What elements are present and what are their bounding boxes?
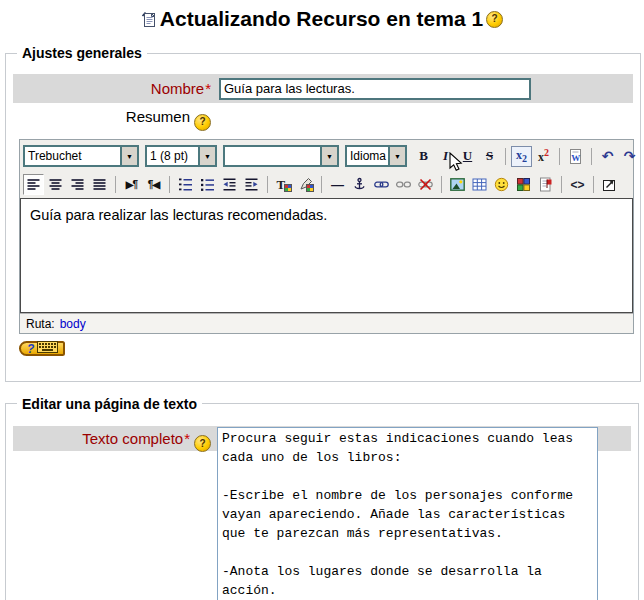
font-color-button[interactable]: T	[273, 174, 294, 195]
keyboard-shortcuts-button[interactable]: ?	[19, 341, 65, 356]
italic-button[interactable]: I	[435, 146, 456, 167]
clean-word-html-button[interactable]: W	[565, 146, 586, 167]
justify-full-button[interactable]	[89, 174, 110, 195]
right-to-left-button[interactable]: ¶◀	[143, 174, 164, 195]
dropdown-arrow-icon[interactable]: ▼	[388, 147, 405, 165]
language-select[interactable]: Idioma▼	[345, 145, 407, 167]
justify-right-button[interactable]	[67, 174, 88, 195]
toolbar-separator	[321, 176, 322, 193]
hilitecolor-icon	[298, 177, 314, 192]
italic-icon: I	[443, 148, 448, 164]
toolbar-separator	[559, 148, 560, 165]
align-full-icon	[92, 177, 107, 192]
question-icon: ?	[27, 343, 34, 355]
sub-icon: x2	[516, 148, 527, 164]
search-replace-button[interactable]	[535, 174, 556, 195]
strikethrough-button[interactable]: S	[479, 146, 500, 167]
editor-content-area[interactable]: Guía para realizar las lecturas recomend…	[20, 198, 633, 313]
left-to-right-button[interactable]: ▶¶	[121, 174, 142, 195]
insert-smiley-button[interactable]	[491, 174, 512, 195]
name-row: Nombre*	[13, 74, 633, 103]
redo-button[interactable]: ↷	[619, 146, 640, 167]
toolbar-separator	[593, 176, 594, 193]
toolbar-separator	[561, 176, 562, 193]
ltr-icon: ▶¶	[126, 179, 137, 190]
nolink-icon	[418, 177, 433, 192]
indent-icon	[244, 177, 259, 192]
prevent-autolink-button[interactable]	[415, 174, 436, 195]
insert-image-button[interactable]	[447, 174, 468, 195]
horizontal-rule-button[interactable]: —	[327, 174, 348, 195]
underline-icon: U	[463, 148, 472, 164]
editor-path-bar: Ruta: body	[20, 313, 633, 333]
general-settings-fieldset: Ajustes generales Nombre* Resumen? Trebu…	[5, 45, 641, 382]
unordered-list-button[interactable]	[197, 174, 218, 195]
subscript-button[interactable]: x2	[511, 146, 532, 167]
justify-center-button[interactable]	[45, 174, 66, 195]
sup-icon: x2	[538, 147, 549, 165]
page-header: Actualizando Recurso en tema 1 ?	[0, 7, 644, 31]
ordered-list-button[interactable]	[175, 174, 196, 195]
insert-link-button[interactable]	[371, 174, 392, 195]
html-editor: Trebuchet▼1 (8 pt)▼▼Idioma▼BIUSx2x2W↶↷ ▶…	[19, 139, 634, 334]
char-icon	[516, 177, 531, 192]
path-body-link[interactable]: body	[60, 317, 86, 331]
toolbar-separator	[267, 176, 268, 193]
language-select-value: Idioma	[347, 149, 388, 163]
enlarge-editor-button[interactable]	[599, 174, 620, 195]
toolbar-separator	[169, 176, 170, 193]
text-resource-icon	[141, 11, 157, 28]
indent-button[interactable]	[241, 174, 262, 195]
undo-icon: ↶	[602, 148, 614, 164]
toolbar-separator	[591, 148, 592, 165]
font-select-value: Trebuchet	[25, 149, 120, 163]
link-icon	[374, 177, 389, 192]
word-icon: W	[568, 149, 583, 164]
general-settings-legend: Ajustes generales	[17, 45, 147, 61]
help-icon[interactable]: ?	[194, 435, 211, 452]
fulltext-label: Texto completo*?	[13, 426, 211, 451]
justify-left-button[interactable]	[23, 174, 44, 195]
page-title: Actualizando Recurso en tema 1	[160, 7, 483, 31]
toolbar-separator	[115, 176, 116, 193]
insert-table-button[interactable]	[469, 174, 490, 195]
ol-icon	[178, 177, 193, 192]
summary-label: Resumen?	[13, 108, 211, 131]
underline-button[interactable]: U	[457, 146, 478, 167]
keyboard-icon	[37, 341, 58, 356]
dropdown-arrow-icon[interactable]: ▼	[320, 147, 337, 165]
ul-icon	[200, 177, 215, 192]
toolbar-separator	[441, 176, 442, 193]
insert-character-button[interactable]	[513, 174, 534, 195]
name-input[interactable]	[219, 78, 531, 100]
fontsize-select-value: 1 (8 pt)	[147, 149, 198, 163]
summary-row: Resumen?	[13, 107, 633, 132]
highlight-color-button[interactable]	[295, 174, 316, 195]
formatblock-select[interactable]: ▼	[223, 145, 339, 167]
redo-icon: ↷	[624, 148, 636, 164]
anchor-button[interactable]	[349, 174, 370, 195]
font-select[interactable]: Trebuchet▼	[23, 145, 139, 167]
smiley-icon	[494, 177, 509, 192]
undo-button[interactable]: ↶	[597, 146, 618, 167]
editor-toolbar-row2: ▶¶¶◀T—<>	[20, 171, 633, 198]
align-center-icon	[48, 177, 63, 192]
help-icon[interactable]: ?	[486, 11, 503, 28]
help-icon[interactable]: ?	[194, 114, 211, 131]
dropdown-arrow-icon[interactable]: ▼	[198, 147, 215, 165]
outdent-button[interactable]	[219, 174, 240, 195]
fontsize-select[interactable]: 1 (8 pt)▼	[145, 145, 217, 167]
text-page-legend: Editar una página de texto	[17, 396, 202, 412]
unlink-button[interactable]	[393, 174, 414, 195]
dropdown-arrow-icon[interactable]: ▼	[120, 147, 137, 165]
svg-text:W: W	[571, 153, 580, 163]
superscript-button[interactable]: x2	[533, 146, 554, 167]
anchor-icon	[352, 177, 367, 192]
fulltext-row: Texto completo*?	[13, 426, 631, 600]
html-source-button[interactable]: <>	[567, 174, 588, 195]
forecolor-icon: T	[276, 177, 292, 192]
unlink-icon	[396, 177, 411, 192]
bold-button[interactable]: B	[413, 146, 434, 167]
fulltext-textarea[interactable]	[217, 427, 598, 600]
editor-toolbar-row1: Trebuchet▼1 (8 pt)▼▼Idioma▼BIUSx2x2W↶↷	[20, 140, 633, 171]
